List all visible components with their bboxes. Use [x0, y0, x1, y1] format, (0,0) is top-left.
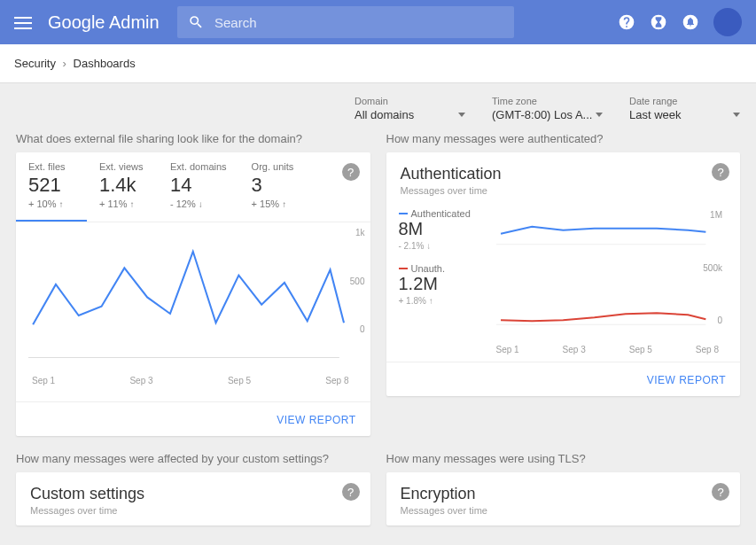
- chevron-right-icon: ›: [63, 57, 66, 70]
- auth-card: ? Authentication Messages over time Auth…: [386, 152, 741, 396]
- view-report-link[interactable]: VIEW REPORT: [277, 414, 355, 426]
- filter-label: Date range: [629, 96, 740, 106]
- arrow-up-icon: [59, 199, 64, 209]
- y-axis-labels: 1k5000: [350, 228, 365, 334]
- arrow-up-icon: [282, 199, 286, 209]
- topbar-right: [618, 8, 742, 36]
- filter-value[interactable]: Last week: [629, 108, 740, 123]
- encryption-card: ? Encryption Messages over time: [386, 472, 741, 526]
- encryption-section: How many messages were using TLS? ? Encr…: [386, 452, 741, 526]
- card-question: How many messages were authenticated?: [386, 132, 741, 145]
- caret-down-icon: [596, 113, 603, 117]
- sharing-chart: 1k5000 Sep 1Sep 3Sep 5Sep 8: [16, 222, 370, 401]
- search-icon: [188, 13, 204, 31]
- card-subtitle: Messages over time: [30, 505, 356, 516]
- legend: Authenticated 8M - 2.1% Unauth. 1.2M + 1…: [399, 205, 496, 362]
- auth-section: How many messages were authenticated? ? …: [386, 132, 741, 436]
- metric-ext-files[interactable]: Ext. files 521 + 10%: [16, 152, 87, 222]
- avatar[interactable]: [713, 8, 742, 36]
- caret-down-icon: [733, 113, 740, 117]
- x-axis-labels: Sep 1Sep 3Sep 5Sep 8: [28, 372, 358, 393]
- multi-line-chart: [496, 205, 729, 338]
- card-subtitle: Messages over time: [401, 505, 727, 516]
- caret-down-icon: [458, 113, 465, 117]
- hamburger-icon[interactable]: [14, 13, 32, 31]
- x-axis-labels: Sep 1Sep 3Sep 5Sep 8: [496, 341, 729, 362]
- arrow-down-icon: [199, 199, 203, 209]
- metric-org-units[interactable]: Org. units 3 + 15%: [239, 152, 310, 222]
- card-header: Authentication Messages over time: [386, 152, 741, 199]
- card-question: What does external file sharing look lik…: [16, 132, 370, 145]
- help-icon[interactable]: ?: [712, 483, 729, 501]
- arrow-down-icon: [426, 241, 431, 251]
- card-question: How many messages were affected by your …: [16, 452, 370, 465]
- help-icon[interactable]: ?: [712, 163, 729, 181]
- search-box[interactable]: [177, 6, 514, 38]
- custom-section: How many messages were affected by your …: [16, 452, 370, 526]
- y-axis-labels: 1M500k0: [703, 210, 722, 325]
- breadcrumb: Security › Dashboards: [0, 44, 756, 83]
- view-report-link[interactable]: VIEW REPORT: [647, 374, 726, 386]
- filter-label: Domain: [355, 96, 465, 106]
- notifications-icon[interactable]: [682, 13, 699, 31]
- help-icon[interactable]: ?: [342, 483, 360, 501]
- custom-card: ? Custom settings Messages over time: [16, 472, 370, 526]
- breadcrumb-parent[interactable]: Security: [14, 57, 56, 70]
- hourglass-icon[interactable]: [650, 13, 667, 31]
- card-title: Custom settings: [30, 485, 356, 503]
- logo-bold: Google: [48, 12, 105, 32]
- series-color-icon: [399, 268, 408, 269]
- card-question: How many messages were using TLS?: [386, 452, 741, 465]
- top-bar: Google Admin: [0, 0, 756, 44]
- metric-ext-domains[interactable]: Ext. domains 14 - 12%: [158, 152, 239, 222]
- series-color-icon: [399, 213, 408, 214]
- filter-domain[interactable]: Domain All domains: [355, 96, 465, 123]
- card-header: Encryption Messages over time: [386, 472, 741, 519]
- filter-label: Time zone: [492, 96, 603, 106]
- metric-ext-views[interactable]: Ext. views 1.4k + 11%: [87, 152, 158, 222]
- card-header: Custom settings Messages over time: [16, 472, 370, 519]
- filter-value[interactable]: (GMT-8:00) Los A...: [492, 108, 603, 123]
- help-icon[interactable]: [618, 13, 635, 31]
- line-chart: [28, 231, 358, 369]
- card-title: Encryption: [401, 485, 727, 503]
- card-title: Authentication: [401, 165, 727, 183]
- filter-daterange[interactable]: Date range Last week: [629, 96, 740, 123]
- sharing-card: ? Ext. files 521 + 10% Ext. views 1.4k +…: [16, 152, 370, 436]
- auth-body: Authenticated 8M - 2.1% Unauth. 1.2M + 1…: [386, 199, 741, 362]
- card-footer: VIEW REPORT: [16, 401, 370, 436]
- help-icon[interactable]: ?: [342, 163, 360, 181]
- arrow-up-icon: [130, 199, 135, 209]
- auth-chart: 1M500k0 Sep 1Sep 3Sep 5Sep 8: [496, 205, 729, 362]
- card-subtitle: Messages over time: [401, 185, 727, 196]
- legend-authenticated: Authenticated 8M - 2.1%: [399, 208, 496, 251]
- card-footer: VIEW REPORT: [386, 362, 741, 396]
- arrow-up-icon: [429, 296, 433, 306]
- cards-grid: What does external file sharing look lik…: [0, 132, 756, 526]
- sharing-section: What does external file sharing look lik…: [16, 132, 370, 436]
- logo-light: Admin: [105, 12, 160, 32]
- legend-unauth: Unauth. 1.2M + 1.8%: [399, 263, 496, 306]
- search-input[interactable]: [214, 15, 503, 30]
- metrics-row: Ext. files 521 + 10% Ext. views 1.4k + 1…: [16, 152, 370, 222]
- logo: Google Admin: [48, 12, 160, 33]
- filter-value[interactable]: All domains: [355, 108, 465, 123]
- filters-row: Domain All domains Time zone (GMT-8:00) …: [0, 83, 756, 132]
- breadcrumb-current: Dashboards: [74, 57, 136, 70]
- filter-timezone[interactable]: Time zone (GMT-8:00) Los A...: [492, 96, 603, 123]
